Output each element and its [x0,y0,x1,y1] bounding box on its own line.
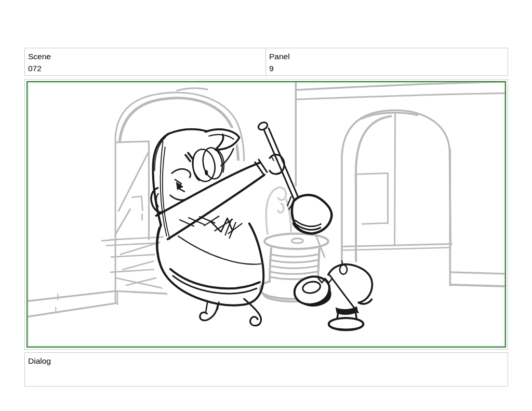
scene-label: Scene [28,50,262,62]
panel-value: 9 [269,62,504,74]
storyboard-sketch [28,82,505,347]
storyboard-panel-frame [24,79,508,350]
scene-value: 072 [28,62,262,74]
dialog-label: Dialog [28,355,504,367]
scene-panel-header: Scene 072 Panel 9 [24,48,508,76]
dialog-cell[interactable]: Dialog [24,352,508,387]
scene-cell[interactable]: Scene 072 [25,48,266,75]
storyboard-canvas[interactable] [26,81,506,348]
sketch-ghost-figure [266,188,291,234]
panel-label: Panel [269,50,504,62]
sketch-small-character [291,261,373,330]
panel-cell[interactable]: Panel 9 [266,48,508,75]
